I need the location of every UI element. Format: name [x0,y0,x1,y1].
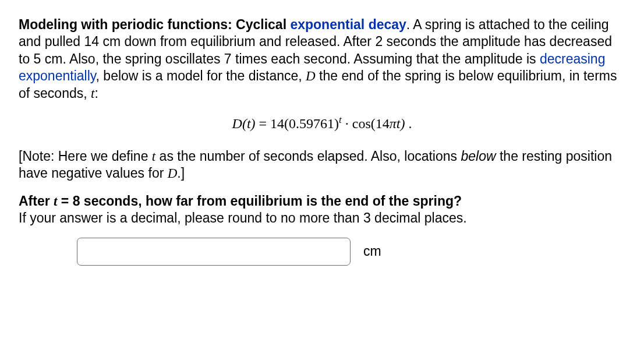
note-open: [Note: Here we define [19,149,152,164]
question-paragraph: After t = 8 seconds, how far from equili… [19,193,625,227]
var-D: D [306,69,316,83]
model-equation: D(t) = 14(0.59761)t · cos(14πt) . [19,115,625,133]
intro-lead: Modeling with periodic functions: Cyclic… [19,17,290,32]
q-line2: If your answer is a decimal, please roun… [19,210,467,225]
eq-equals: = [256,116,271,131]
eq-lhs: D(t) [232,116,256,131]
q-b1: After [19,193,54,209]
problem-intro: Modeling with periodic functions: Cyclic… [19,16,625,102]
note-below: below [461,149,496,164]
note-var-D: D [168,166,178,181]
answer-input[interactable] [77,238,351,266]
note-mid: as the number of seconds elapsed. Also, … [155,149,461,164]
eq-coeff: 14(0.59761) [270,116,339,131]
note-close: .] [177,165,185,181]
answer-unit: cm [363,243,381,260]
intro-body-2c: : [94,86,98,101]
q-eq: = 8 [57,193,80,209]
eq-pi: π [390,116,397,131]
answer-row: cm [19,238,625,266]
eq-mid: · cos(14 [342,116,390,131]
link-exponential-decay[interactable]: exponential decay [290,17,406,32]
intro-body-2a: , below is a model for the distance, [96,68,306,83]
q-b2: seconds, how far from equilibrium is the… [80,193,462,209]
eq-arg-tail: t) [397,116,405,131]
note-paragraph: [Note: Here we define t as the number of… [19,148,625,182]
eq-end: . [405,116,412,131]
